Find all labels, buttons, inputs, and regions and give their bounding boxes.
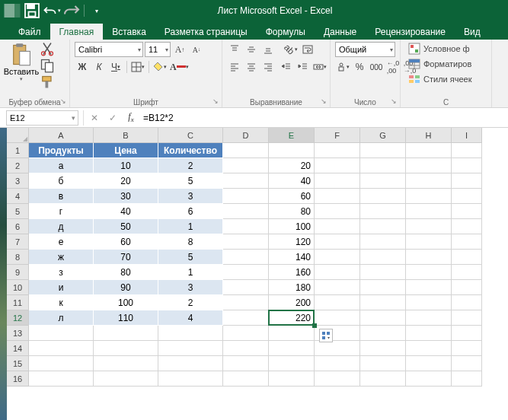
cell-B16[interactable] <box>94 371 158 387</box>
enter-formula-icon[interactable]: ✓ <box>104 110 122 126</box>
cell-G16[interactable] <box>360 371 406 387</box>
cell-D16[interactable] <box>223 371 269 387</box>
cell-C1[interactable]: Количество <box>158 143 223 158</box>
row-header-5[interactable]: 5 <box>7 204 29 219</box>
cell-D10[interactable] <box>223 280 269 295</box>
font-color-icon[interactable]: A▾ <box>169 59 190 75</box>
cell-B12[interactable]: 110 <box>94 310 158 326</box>
column-header-B[interactable]: B <box>94 128 158 143</box>
cell-D1[interactable] <box>223 143 269 158</box>
cell-C14[interactable] <box>158 341 223 356</box>
cell-C9[interactable]: 1 <box>158 265 223 280</box>
cell-D14[interactable] <box>223 341 269 356</box>
formula-input[interactable] <box>140 110 508 126</box>
column-header-C[interactable]: C <box>158 128 223 143</box>
cell-F12[interactable] <box>315 310 360 326</box>
cell-C12[interactable]: 4 <box>158 310 223 326</box>
number-launcher-icon[interactable]: ↘ <box>389 97 398 106</box>
column-header-D[interactable]: D <box>223 128 269 143</box>
cell-C2[interactable]: 2 <box>158 158 223 173</box>
cell-D7[interactable] <box>223 234 269 250</box>
cell-A11[interactable]: к <box>29 295 94 310</box>
cell-H14[interactable] <box>406 341 452 356</box>
cell-G9[interactable] <box>360 265 406 280</box>
number-format-select[interactable]: Общий <box>335 42 395 57</box>
cell-H16[interactable] <box>406 371 452 387</box>
cell-A5[interactable]: г <box>29 204 94 219</box>
cell-A14[interactable] <box>29 341 94 356</box>
cell-D15[interactable] <box>223 356 269 371</box>
column-header-F[interactable]: F <box>315 128 360 143</box>
cell-F9[interactable] <box>315 265 360 280</box>
wrap-text-icon[interactable] <box>300 42 315 57</box>
cell-E11[interactable]: 200 <box>269 295 315 310</box>
cell-B9[interactable]: 80 <box>94 265 158 280</box>
cell-D9[interactable] <box>223 265 269 280</box>
accounting-format-icon[interactable]: ▾ <box>335 59 350 75</box>
cell-C4[interactable]: 3 <box>158 189 223 204</box>
cell-G7[interactable] <box>360 234 406 250</box>
cell-E15[interactable] <box>269 356 315 371</box>
paste-button[interactable]: Вставить ▾ <box>5 41 38 91</box>
cell-D12[interactable] <box>223 310 269 326</box>
merge-center-icon[interactable]: ▾ <box>312 59 327 75</box>
cell-B10[interactable]: 90 <box>94 280 158 295</box>
clipboard-launcher-icon[interactable]: ↘ <box>59 97 68 106</box>
cell-H5[interactable] <box>406 204 452 219</box>
row-header-16[interactable]: 16 <box>7 371 29 387</box>
italic-button[interactable]: К <box>91 59 107 75</box>
cell-A10[interactable]: и <box>29 280 94 295</box>
align-right-icon[interactable] <box>260 59 276 75</box>
cell-C6[interactable]: 1 <box>158 219 223 234</box>
cut-icon[interactable] <box>40 41 55 56</box>
row-header-3[interactable]: 3 <box>7 173 29 189</box>
bold-button[interactable]: Ж <box>75 59 90 75</box>
cell-A15[interactable] <box>29 356 94 371</box>
cell-A9[interactable]: з <box>29 265 94 280</box>
cell-I12[interactable] <box>452 310 482 326</box>
cell-B11[interactable]: 100 <box>94 295 158 310</box>
cell-D2[interactable] <box>223 158 269 173</box>
tab-file[interactable]: Файл <box>9 24 50 40</box>
row-header-7[interactable]: 7 <box>7 234 29 250</box>
save-icon[interactable] <box>23 2 41 19</box>
cell-E9[interactable]: 160 <box>269 265 315 280</box>
cell-H1[interactable] <box>406 143 452 158</box>
cell-H2[interactable] <box>406 158 452 173</box>
cell-A4[interactable]: в <box>29 189 94 204</box>
format-table-button[interactable]: Форматиров <box>405 56 487 72</box>
cell-F6[interactable] <box>315 219 360 234</box>
cell-C10[interactable]: 3 <box>158 280 223 295</box>
cell-H6[interactable] <box>406 219 452 234</box>
cell-E8[interactable]: 140 <box>269 250 315 265</box>
tab-view[interactable]: Вид <box>455 24 490 40</box>
cell-H9[interactable] <box>406 265 452 280</box>
cell-B13[interactable] <box>94 326 158 341</box>
cell-B4[interactable]: 30 <box>94 189 158 204</box>
cell-A2[interactable]: а <box>29 158 94 173</box>
tab-page-layout[interactable]: Разметка страницы <box>155 24 257 40</box>
cell-C8[interactable]: 5 <box>158 250 223 265</box>
align-bottom-icon[interactable] <box>260 42 276 57</box>
cell-C13[interactable] <box>158 326 223 341</box>
font-size-select[interactable]: 11 <box>145 42 171 57</box>
tab-insert[interactable]: Вставка <box>103 24 155 40</box>
format-painter-icon[interactable] <box>40 75 55 90</box>
cell-G13[interactable] <box>360 326 406 341</box>
column-header-H[interactable]: H <box>406 128 452 143</box>
alignment-launcher-icon[interactable]: ↘ <box>319 97 328 106</box>
cell-C5[interactable]: 6 <box>158 204 223 219</box>
cell-E5[interactable]: 80 <box>269 204 315 219</box>
cell-I7[interactable] <box>452 234 482 250</box>
row-header-8[interactable]: 8 <box>7 250 29 265</box>
cell-G6[interactable] <box>360 219 406 234</box>
row-header-6[interactable]: 6 <box>7 219 29 234</box>
cell-I10[interactable] <box>452 280 482 295</box>
cell-B7[interactable]: 60 <box>94 234 158 250</box>
fill-handle[interactable] <box>312 323 317 328</box>
cell-E6[interactable]: 100 <box>269 219 315 234</box>
tab-home[interactable]: Главная <box>50 24 104 40</box>
cell-C3[interactable]: 5 <box>158 173 223 189</box>
cell-E13[interactable] <box>269 326 315 341</box>
autofill-options-icon[interactable] <box>319 329 333 342</box>
